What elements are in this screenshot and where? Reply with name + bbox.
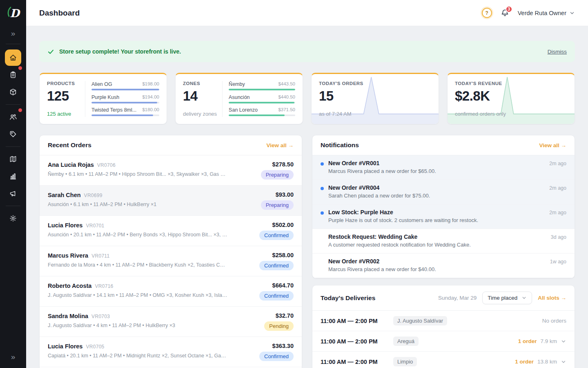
orders-label: TODAY'S ORDERS	[319, 81, 363, 86]
notification-description: Marcus Rivera placed a new order for $40…	[328, 266, 566, 272]
notifications-view-all-link[interactable]: View all →	[539, 142, 566, 148]
notification-time: 3d ago	[551, 234, 566, 240]
orders-view-all-link[interactable]: View all →	[266, 142, 294, 148]
page-title: Dashboard	[39, 9, 80, 18]
products-sub: 125 active	[47, 111, 80, 117]
catalog-icon	[9, 155, 17, 163]
sidebar-item-products[interactable]	[5, 84, 21, 100]
unread-dot	[321, 260, 324, 264]
order-meta: J. Augusto Saldívar • 4 km • 11 AM–2 PM …	[48, 323, 175, 328]
chevron-down-icon	[521, 295, 527, 301]
order-code: VR0699	[84, 193, 102, 198]
notification-description: Sarah Chen placed a new order for $75.00…	[328, 193, 566, 199]
zones-value: 14	[183, 89, 217, 103]
order-total: $93.00	[261, 191, 294, 198]
deliveries-title: Today's Deliveries	[321, 294, 375, 302]
recent-orders-panel: Recent Orders View all → Ana Lucia Rojas…	[39, 135, 302, 368]
mini-item-name: Alien OG	[91, 81, 112, 87]
marketing-icon	[9, 189, 17, 197]
order-row[interactable]: Marcus RiveraVR0711Fernando de la Mora •…	[40, 246, 302, 276]
expand-chevron-icon[interactable]	[561, 359, 566, 365]
sidebar-item-tags[interactable]	[5, 126, 21, 142]
mini-bar	[91, 102, 159, 103]
notification-row[interactable]: New Order #VR0021w agoMarcus Rivera plac…	[312, 254, 575, 278]
sidebar-item-customers[interactable]	[5, 109, 21, 125]
help-icon[interactable]: ?	[482, 8, 492, 18]
sidebar-item-orders[interactable]	[5, 67, 21, 83]
notification-title: Low Stock: Purple Haze	[328, 209, 393, 215]
dashboard-content: Store setup complete! Your storefront is…	[26, 26, 588, 368]
order-row[interactable]: Sarah ChenVR0699Asunción • 6.1 km • 11 A…	[40, 186, 302, 216]
top-zones-list: Ñemby$443.50Asunción$440.50San Lorenzo$3…	[229, 81, 295, 117]
notification-description: Marcus Rivera placed a new order for $65…	[328, 168, 566, 174]
order-meta: Asunción • 20.1 km • 11 AM–2 PM • Berry …	[48, 232, 227, 238]
orders-list: Ana Lucia RojasVR0706Ñemby • 6.1 km • 11…	[40, 155, 302, 368]
order-row[interactable]: Lucia FloresVR0705Capiatá • 20.1 km • 11…	[40, 337, 302, 367]
order-meta: Ñemby • 6.1 km • 11 AM–2 PM • Hippo Shro…	[48, 171, 227, 177]
notification-title: New Order #VR004	[328, 184, 379, 191]
user-menu[interactable]: Verde Ruta Owner	[518, 10, 575, 16]
sidebar-item-analytics[interactable]	[5, 168, 21, 184]
chevron-down-icon	[569, 10, 575, 16]
notifications-bell-button[interactable]: 3	[500, 9, 510, 18]
products-label: PRODUCTS	[47, 81, 80, 86]
revenue-value: $2.8K	[455, 89, 506, 103]
order-row[interactable]: Lucia FloresVR0701Asunción • 20.1 km • 1…	[40, 216, 302, 246]
sidebar-item-settings[interactable]	[5, 210, 21, 227]
expand-chevron-icon[interactable]	[561, 339, 566, 344]
right-column: Notifications View all → New Order #VR00…	[312, 135, 575, 368]
delivery-slot-row[interactable]: 11:00 AM — 2:00 PMJ. Augusto SaldívarNo …	[312, 311, 575, 331]
products-mini-row: Alien OG$198.00	[91, 81, 159, 90]
notification-time: 1w ago	[550, 259, 566, 265]
notification-row[interactable]: New Order #VR0042m agoSarah Chen placed …	[312, 180, 575, 204]
delivery-distance: 13.8 km	[537, 359, 557, 365]
revenue-label: TODAY'S REVENUE	[455, 81, 506, 86]
sidebar-item-catalog[interactable]	[5, 151, 21, 167]
order-row[interactable]: Sandra MolinaVR0703J. Augusto Saldívar •…	[40, 307, 302, 337]
top-products-list: Alien OG$198.00Purple Kush$194.00Twisted…	[91, 81, 159, 117]
order-customer-name: Marcus Rivera	[48, 252, 88, 259]
delivery-slot-row[interactable]: 11:00 AM — 2:00 PMAreguá1 order7.9 km	[312, 331, 575, 352]
customers-icon	[9, 113, 17, 121]
products-stat-card[interactable]: PRODUCTS 125 125 active Alien OG$198.00P…	[39, 73, 167, 124]
recent-orders-header: Recent Orders View all →	[40, 135, 302, 155]
deliveries-list: 11:00 AM — 2:00 PMJ. Augusto SaldívarNo …	[312, 311, 575, 368]
sort-select[interactable]: Time placed	[482, 292, 532, 304]
notification-time: 2m ago	[549, 185, 566, 191]
order-row[interactable]: Ana Lucia RojasVR0706Ñemby • 6.1 km • 11…	[40, 155, 302, 186]
panels-row: Recent Orders View all → Ana Lucia Rojas…	[39, 135, 575, 368]
todays-orders-stat-card[interactable]: TODAY'S ORDERS 15 as of 7:24 AM	[311, 73, 439, 124]
products-mini-row: Purple Kush$194.00	[91, 94, 159, 103]
order-status-badge: Preparing	[261, 200, 294, 210]
mini-bar	[229, 102, 295, 103]
sidebar-expand-button[interactable]: »	[6, 26, 20, 40]
delivery-slot-row[interactable]: 11:00 AM — 2:00 PMLimpio1 order13.8 km	[312, 352, 575, 368]
topbar: Dashboard ? 3 Verde Ruta Owner	[26, 0, 588, 26]
order-meta: Fernando de la Mora • 4 km • 11 AM–2 PM …	[48, 262, 227, 268]
zones-stat-card[interactable]: ZONES 14 delivery zones Ñemby$443.50Asun…	[175, 73, 303, 124]
mini-item-value: $180.00	[142, 107, 159, 113]
revenue-sub: confirmed orders only	[455, 111, 506, 117]
order-code: VR0711	[91, 253, 109, 259]
mini-bar	[229, 89, 295, 90]
todays-revenue-stat-card[interactable]: TODAY'S REVENUE $2.8K confirmed orders o…	[447, 73, 575, 124]
notification-row[interactable]: Low Stock: Purple Haze2m agoPurple Haze …	[312, 204, 575, 229]
unread-dot	[321, 162, 324, 166]
mini-item-value: $440.50	[278, 94, 295, 100]
all-slots-link[interactable]: All slots →	[538, 295, 566, 301]
notification-title: New Order #VR002	[328, 258, 379, 265]
notification-row[interactable]: Restock Request: Wedding Cake3d agoA cus…	[312, 229, 575, 254]
sidebar-item-home[interactable]	[5, 49, 21, 66]
dismiss-link[interactable]: Dismiss	[548, 49, 567, 55]
order-row[interactable]: Roberto AcostaVR0716J. Augusto Saldívar …	[40, 276, 302, 307]
delivery-zone-chip: J. Augusto Saldívar	[393, 316, 447, 325]
notification-row[interactable]: New Order #VR0012m agoMarcus Rivera plac…	[312, 155, 575, 180]
notification-time: 2m ago	[549, 210, 566, 215]
sidebar-expand-button-bottom[interactable]: »	[6, 350, 20, 364]
verde-ruta-logo[interactable]: D	[0, 0, 26, 26]
topbar-actions: ? 3 Verde Ruta Owner	[482, 8, 575, 18]
sidebar-item-marketing[interactable]	[5, 185, 21, 202]
order-total: $278.50	[261, 161, 294, 168]
analytics-icon	[9, 172, 17, 180]
delivery-zone-chip: Limpio	[393, 357, 417, 366]
